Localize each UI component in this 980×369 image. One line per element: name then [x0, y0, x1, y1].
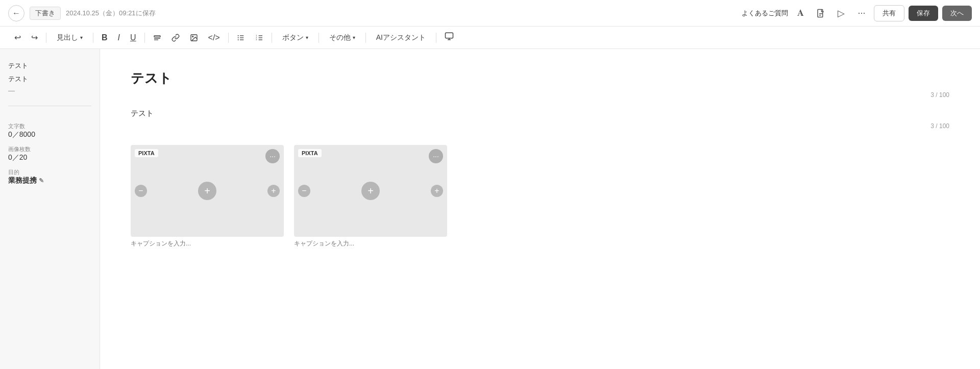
heading-button[interactable]: 見出し ▾: [51, 31, 89, 44]
title-char-count: 3 / 100: [131, 91, 949, 99]
image-more-button-2[interactable]: ···: [429, 149, 443, 163]
image-button[interactable]: [186, 32, 202, 44]
image-minus-button-2[interactable]: −: [298, 185, 310, 197]
link-button[interactable]: [167, 32, 184, 44]
bold-button[interactable]: B: [97, 31, 112, 44]
font-icon-button[interactable]: 𝐀: [792, 5, 808, 21]
svg-rect-20: [445, 33, 453, 38]
char-count-label: 文字数: [8, 122, 91, 130]
draft-badge: 下書き: [30, 7, 61, 20]
image-placeholder-2: PIXTA ··· − + +: [294, 145, 447, 237]
italic-button[interactable]: I: [114, 31, 124, 44]
toolbar-divider-3: [144, 33, 145, 43]
caption-input-1[interactable]: [131, 240, 284, 247]
toolbar: ↩ ↪ 見出し ▾ B I U </>: [0, 27, 980, 49]
sidebar-item-1[interactable]: テスト: [8, 59, 91, 72]
next-button[interactable]: 次へ: [942, 6, 972, 21]
svg-point-12: [237, 37, 238, 38]
image-add-button-1[interactable]: +: [198, 182, 216, 200]
image-placeholder-1: PIXTA ··· − + +: [131, 145, 284, 237]
button-insert-button[interactable]: ボタン ▾: [276, 31, 314, 44]
toolbar-divider-5: [272, 33, 272, 43]
toolbar-divider-1: [46, 33, 46, 43]
back-button[interactable]: ←: [8, 5, 24, 21]
monitor-button[interactable]: [440, 30, 458, 45]
heading-chevron-icon: ▾: [80, 35, 83, 40]
ai-assistant-button[interactable]: AIアシスタント: [370, 31, 432, 44]
sidebar-item-2[interactable]: テスト: [8, 72, 91, 86]
document-icon-button[interactable]: [813, 5, 829, 21]
image-count-value: 0／20: [8, 153, 91, 162]
other-button[interactable]: その他 ▾: [323, 31, 361, 44]
goal-value: 業務提携 ✎: [8, 176, 91, 185]
toolbar-divider-7: [365, 33, 366, 43]
more-icon-button[interactable]: ···: [853, 5, 870, 21]
svg-point-7: [192, 36, 193, 37]
toolbar-divider-8: [436, 33, 436, 43]
image-plus-right-button-2[interactable]: +: [431, 185, 443, 197]
other-chevron-icon: ▾: [353, 35, 355, 40]
image-minus-button-1[interactable]: −: [135, 185, 147, 197]
body-char-count: 3 / 100: [131, 122, 949, 130]
pixta-badge-2: PIXTA: [298, 149, 322, 157]
redo-button[interactable]: ↪: [27, 31, 42, 44]
undo-button[interactable]: ↩: [10, 31, 25, 44]
align-button[interactable]: [149, 32, 165, 44]
toolbar-divider-6: [318, 33, 319, 43]
svg-point-13: [237, 39, 238, 40]
image-more-button-1[interactable]: ···: [265, 149, 280, 163]
image-card-1: PIXTA ··· − + +: [131, 145, 284, 247]
pixta-badge-1: PIXTA: [135, 149, 158, 157]
article-title[interactable]: テスト: [131, 69, 949, 87]
image-add-button-2[interactable]: +: [361, 182, 380, 200]
toolbar-divider-2: [93, 33, 93, 43]
image-count-label: 画像枚数: [8, 145, 91, 153]
svg-point-11: [237, 35, 238, 36]
save-time: 2024.10.25（金）09:21に保存: [66, 9, 156, 18]
image-plus-right-button-1[interactable]: +: [267, 185, 280, 197]
header: ← 下書き 2024.10.25（金）09:21に保存 よくあるご質問 𝐀 ▷ …: [0, 0, 980, 27]
sidebar-dash: ―: [8, 86, 91, 95]
share-button[interactable]: 共有: [874, 5, 904, 21]
svg-rect-3: [154, 36, 160, 37]
edit-goal-icon[interactable]: ✎: [39, 177, 44, 184]
image-grid: PIXTA ··· − + + PIXTA ··· − + +: [131, 145, 949, 247]
play-icon-button[interactable]: ▷: [833, 5, 849, 21]
article-body[interactable]: テスト: [131, 109, 949, 118]
list-ol-button[interactable]: 1 2 3: [251, 32, 267, 44]
layout: テスト テスト ― 文字数 0／8000 画像枚数 0／20 目的 業務提携 ✎…: [0, 49, 980, 369]
svg-text:3: 3: [256, 38, 257, 41]
header-left: ← 下書き 2024.10.25（金）09:21に保存: [8, 5, 736, 21]
sidebar: テスト テスト ― 文字数 0／8000 画像枚数 0／20 目的 業務提携 ✎: [0, 49, 100, 369]
header-right: よくあるご質問 𝐀 ▷ ··· 共有 保存 次へ: [742, 5, 972, 21]
main-content: テスト 3 / 100 テスト 3 / 100 PIXTA ··· − + + …: [100, 49, 980, 369]
sidebar-divider: [8, 106, 91, 106]
toolbar-divider-4: [228, 33, 229, 43]
code-button[interactable]: </>: [204, 31, 224, 44]
underline-button[interactable]: U: [126, 31, 140, 44]
list-ul-button[interactable]: [233, 32, 249, 44]
faq-link[interactable]: よくあるご質問: [742, 9, 788, 18]
button-chevron-icon: ▾: [306, 35, 308, 40]
caption-input-2[interactable]: [294, 240, 447, 247]
save-button[interactable]: 保存: [909, 6, 938, 21]
char-count-value: 0／8000: [8, 130, 91, 139]
goal-label: 目的: [8, 168, 91, 176]
image-card-2: PIXTA ··· − + +: [294, 145, 447, 247]
